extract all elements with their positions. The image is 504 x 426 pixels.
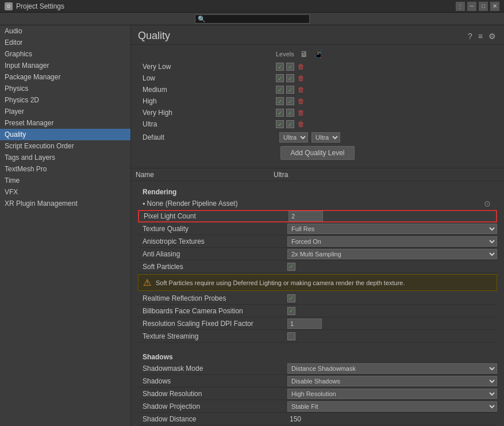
sidebar-item-package-manager[interactable]: Package Manager xyxy=(0,71,130,83)
resolution-scaling-label: Resolution Scaling Fixed DPI Factor xyxy=(138,320,287,328)
delete-very-low[interactable]: 🗑 xyxy=(297,63,306,71)
delete-very-high[interactable]: 🗑 xyxy=(297,109,306,117)
soft-particles-row: Soft Particles xyxy=(138,260,497,273)
sidebar-item-graphics[interactable]: Graphics xyxy=(0,48,130,60)
delete-medium[interactable]: 🗑 xyxy=(297,86,306,94)
search-input[interactable] xyxy=(195,14,310,24)
main-layout: Audio Editor Graphics Input Manager Pack… xyxy=(0,25,504,426)
level-checks: 🗑 xyxy=(276,109,306,117)
sidebar-item-xr[interactable]: XR Plugin Management xyxy=(0,198,130,209)
mobile-check-high[interactable] xyxy=(286,97,294,105)
shadowmask-mode-dropdown[interactable]: Distance Shadowmask xyxy=(287,363,497,374)
shadow-resolution-dropdown[interactable]: High Resolution xyxy=(287,389,497,399)
mobile-check-very-low[interactable] xyxy=(286,63,294,71)
rendering-header: Rendering xyxy=(138,185,497,197)
name-value: Ultra xyxy=(274,171,288,179)
sidebar-item-player[interactable]: Player xyxy=(0,106,130,117)
pixel-light-count-input[interactable] xyxy=(288,211,323,221)
sidebar-item-preset-manager[interactable]: Preset Manager xyxy=(0,117,130,129)
level-row-high: High 🗑 xyxy=(138,95,497,107)
soft-particles-warning: ⚠ Soft Particles require using Deferred … xyxy=(138,274,497,291)
anti-aliasing-dropdown[interactable]: 2x Multi Sampling xyxy=(287,249,497,259)
delete-ultra[interactable]: 🗑 xyxy=(297,120,306,128)
resolution-scaling-input[interactable] xyxy=(287,318,322,329)
desktop-check-very-high[interactable] xyxy=(276,109,284,117)
delete-low[interactable]: 🗑 xyxy=(297,74,306,82)
menu-button[interactable]: ⋮ xyxy=(456,2,465,11)
content-header: Quality ? ≡ ⚙ xyxy=(131,25,504,45)
render-pipeline-row: ▪ None (Render Pipeline Asset) ⊙ xyxy=(138,197,497,210)
default-desktop-dropdown[interactable]: Ultra xyxy=(279,132,308,143)
level-row-ultra: Ultra 🗑 xyxy=(138,118,497,130)
level-name: Very Low xyxy=(138,63,276,71)
anti-aliasing-row: Anti Aliasing 2x Multi Sampling xyxy=(138,248,497,260)
realtime-reflection-row: Realtime Reflection Probes xyxy=(138,292,497,305)
level-name: Ultra xyxy=(138,120,276,128)
shadow-projection-row: Shadow Projection Stable Fit xyxy=(138,400,497,413)
sidebar-item-physics[interactable]: Physics xyxy=(0,83,130,94)
sidebar-item-physics-2d[interactable]: Physics 2D xyxy=(0,94,130,106)
render-pipeline-pick-button[interactable]: ⊙ xyxy=(482,198,493,209)
realtime-reflection-label: Realtime Reflection Probes xyxy=(138,294,287,302)
level-name: Very High xyxy=(138,109,276,117)
page-title: Quality xyxy=(138,30,170,42)
app-icon: ⚙ xyxy=(5,2,13,10)
shadows-row: Shadows Disable Shadows xyxy=(138,375,497,387)
mobile-icon: 📱 xyxy=(314,49,324,59)
soft-particles-label: Soft Particles xyxy=(138,263,287,271)
shadows-header: Shadows xyxy=(138,350,497,362)
sidebar-item-textmesh[interactable]: TextMesh Pro xyxy=(0,163,130,175)
realtime-reflection-checkbox[interactable] xyxy=(287,294,295,302)
sidebar-item-input-manager[interactable]: Input Manager xyxy=(0,60,130,71)
levels-section: Levels 🖥 📱 Very Low 🗑 Low 🗑 xyxy=(131,45,504,168)
default-row: Default Ultra Ultra xyxy=(138,132,497,143)
desktop-check-low[interactable] xyxy=(276,74,284,82)
shadows-dropdown[interactable]: Disable Shadows xyxy=(287,376,497,386)
billboards-checkbox[interactable] xyxy=(287,307,295,315)
mobile-check-ultra[interactable] xyxy=(286,120,294,128)
settings-button[interactable]: ⚙ xyxy=(487,30,497,42)
billboards-label: Billboards Face Camera Position xyxy=(138,307,287,315)
title-bar: ⚙ Project Settings ⋮ ─ □ ✕ xyxy=(0,0,504,13)
texture-streaming-checkbox[interactable] xyxy=(287,332,295,340)
desktop-check-medium[interactable] xyxy=(276,86,284,94)
shadow-projection-dropdown[interactable]: Stable Fit xyxy=(287,401,497,412)
window-title: Project Settings xyxy=(16,2,64,10)
maximize-button[interactable]: □ xyxy=(479,2,488,11)
texture-streaming-row: Texture Streaming xyxy=(138,330,497,343)
pixel-light-count-label: Pixel Light Count xyxy=(139,212,288,220)
texture-quality-dropdown[interactable]: Full Res xyxy=(287,224,497,234)
anisotropic-row: Anisotropic Textures Forced On xyxy=(138,235,497,248)
level-name: Medium xyxy=(138,86,276,94)
file-icon: ▪ xyxy=(143,199,145,208)
delete-high[interactable]: 🗑 xyxy=(297,97,306,105)
billboards-row: Billboards Face Camera Position xyxy=(138,305,497,317)
shadowmask-mode-row: Shadowmask Mode Distance Shadowmask xyxy=(138,362,497,375)
desktop-check-ultra[interactable] xyxy=(276,120,284,128)
sidebar-item-tags-layers[interactable]: Tags and Layers xyxy=(0,152,130,163)
texture-quality-label: Texture Quality xyxy=(138,225,287,233)
sidebar-item-editor[interactable]: Editor xyxy=(0,37,130,48)
shadow-distance-value: 150 xyxy=(287,415,497,423)
mobile-check-medium[interactable] xyxy=(286,86,294,94)
add-quality-level-button[interactable]: Add Quality Level xyxy=(280,146,354,160)
close-button[interactable]: ✕ xyxy=(490,2,499,11)
pixel-light-count-row: Pixel Light Count xyxy=(138,210,497,222)
sidebar-item-audio[interactable]: Audio xyxy=(0,25,130,37)
layout-button[interactable]: ≡ xyxy=(477,30,484,42)
sidebar-item-quality[interactable]: Quality xyxy=(0,129,130,140)
header-icons: ? ≡ ⚙ xyxy=(467,30,497,42)
sidebar-item-time[interactable]: Time xyxy=(0,175,130,186)
soft-particles-checkbox[interactable] xyxy=(287,263,295,271)
mobile-check-low[interactable] xyxy=(286,74,294,82)
sidebar-item-vfx[interactable]: VFX xyxy=(0,186,130,198)
sidebar-item-script-execution[interactable]: Script Execution Order xyxy=(0,140,130,152)
minimize-button[interactable]: ─ xyxy=(467,2,476,11)
desktop-check-high[interactable] xyxy=(276,97,284,105)
desktop-check-very-low[interactable] xyxy=(276,63,284,71)
anisotropic-dropdown[interactable]: Forced On xyxy=(287,236,497,247)
default-mobile-dropdown[interactable]: Ultra xyxy=(311,132,340,143)
mobile-check-very-high[interactable] xyxy=(286,109,294,117)
help-button[interactable]: ? xyxy=(467,30,474,42)
shadow-resolution-label: Shadow Resolution xyxy=(138,390,287,398)
